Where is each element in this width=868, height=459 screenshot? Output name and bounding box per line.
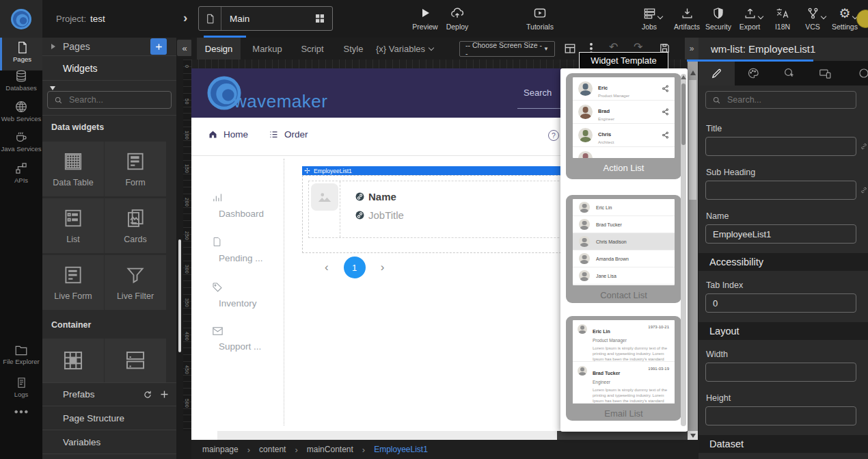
widget-tile-form[interactable]: Form <box>105 142 166 196</box>
app-nav-order[interactable]: Order <box>269 129 308 140</box>
sidebar-item-logs[interactable]: Logs <box>0 373 42 399</box>
breadcrumb-item[interactable]: mainpage <box>202 445 239 454</box>
wavemaker-studio-logo[interactable] <box>0 0 42 38</box>
collapse-panel-button[interactable]: « <box>177 40 192 56</box>
template-action-list[interactable]: EricProduct Manager BradEngineer ChrisAr… <box>566 73 681 179</box>
scroll-up-icon[interactable] <box>681 75 686 79</box>
title-field[interactable] <box>705 137 856 156</box>
tab-script[interactable]: Script <box>293 38 332 60</box>
sidebar-item-web-services[interactable]: Web Services <box>0 96 42 123</box>
expand-panel-button[interactable]: » <box>685 38 699 60</box>
properties-searchbox[interactable] <box>705 91 856 109</box>
share-icon <box>662 131 669 139</box>
breadcrumb-item[interactable]: content <box>259 445 286 454</box>
add-prefab-icon[interactable] <box>159 389 169 399</box>
sidebar-item-file-explorer[interactable]: File Explorer <box>0 341 42 366</box>
avatar <box>578 105 593 119</box>
variables-menu[interactable]: {x} Variables <box>376 38 433 60</box>
app-sidenav-dashboard[interactable]: Dashboard <box>202 192 277 219</box>
branch-icon <box>806 6 819 20</box>
jobs-menu[interactable]: Jobs <box>634 6 665 31</box>
widgets-section-header[interactable]: Widgets <box>42 57 176 81</box>
sidebar-item-java-services[interactable]: Java Services <box>0 127 42 153</box>
avatar <box>578 81 593 96</box>
widget-searchbox[interactable] <box>47 91 172 109</box>
app-sidenav-inventory[interactable]: Inventory <box>202 282 277 309</box>
add-page-button[interactable] <box>150 38 167 55</box>
popup-scrollbar[interactable] <box>681 74 686 426</box>
security-menu[interactable]: Security <box>703 6 734 31</box>
layout-section[interactable]: Layout <box>699 322 868 340</box>
widget-tile-cards[interactable]: Cards <box>105 198 166 253</box>
breadcrumb-item-active[interactable]: EmployeeList1 <box>374 445 428 454</box>
scroll-thumb[interactable] <box>681 83 686 145</box>
scroll-up-icon[interactable] <box>690 70 696 75</box>
pages-grid-icon[interactable] <box>314 12 332 25</box>
page-selector[interactable]: Main <box>198 6 333 31</box>
project-value: test <box>90 14 105 24</box>
screen-size-select[interactable]: -- Choose Screen Size -- ▼ <box>459 41 555 57</box>
app-sidenav-support[interactable]: Support ... <box>202 326 277 352</box>
accessibility-section[interactable]: Accessibility <box>699 253 868 271</box>
widget-tile-layout-grid[interactable] <box>42 339 104 382</box>
bind-link-icon[interactable] <box>860 186 868 194</box>
variables-section-header[interactable]: Variables <box>42 430 176 454</box>
tab-styles[interactable] <box>735 61 771 86</box>
help-icon[interactable]: ? <box>548 130 559 141</box>
widget-tile-live-filter[interactable]: Live Filter <box>105 255 166 310</box>
next-page-icon[interactable]: › <box>381 261 385 274</box>
canvas-vertical-scrollbar[interactable] <box>688 61 698 431</box>
tab-index-field[interactable] <box>705 293 856 313</box>
tutorials-button[interactable]: Tutorials <box>524 6 556 31</box>
prefabs-section-header[interactable]: Prefabs <box>42 382 176 406</box>
widget-tile-data-table[interactable]: Data Table <box>42 142 104 196</box>
vcs-menu[interactable]: VCS <box>797 6 828 31</box>
sidebar-item-databases[interactable]: Databases <box>0 66 42 92</box>
content-divider <box>284 159 284 425</box>
export-menu[interactable]: Export <box>734 6 765 31</box>
properties-search-input[interactable] <box>726 94 850 105</box>
template-contact-list[interactable]: Eric Lin Brad Tucker Chris Madison Amand… <box>566 195 681 303</box>
chevron-right-icon[interactable]: › <box>183 10 187 25</box>
panel-scrollbar[interactable] <box>178 239 181 352</box>
i18n-menu[interactable]: I18N <box>767 6 798 31</box>
widget-tile-accordion[interactable] <box>105 339 166 382</box>
sidebar-item-apis[interactable]: APIs <box>0 158 42 185</box>
canvas-horizontal-scrollbar[interactable] <box>191 431 688 440</box>
current-page-button[interactable]: 1 <box>344 257 366 278</box>
scroll-thumb[interactable] <box>557 431 688 440</box>
dataset-section[interactable]: Dataset <box>699 435 868 453</box>
tab-markup[interactable]: Markup <box>246 38 288 60</box>
width-field[interactable] <box>705 363 856 382</box>
app-sidenav-pending[interactable]: Pending ... <box>202 236 277 263</box>
tab-style[interactable]: Style <box>336 38 370 60</box>
refresh-icon[interactable] <box>143 390 152 399</box>
preview-button[interactable]: Preview <box>409 6 441 31</box>
artifacts-menu[interactable]: Artifacts <box>671 6 703 31</box>
template-email-list[interactable]: Eric Lin 1973-10-21 Product Manager Lore… <box>566 316 681 421</box>
page-structure-section-header[interactable]: Page Structure <box>42 406 176 430</box>
deploy-button[interactable]: Deploy <box>442 6 473 31</box>
breadcrumb-item[interactable]: mainContent <box>307 445 353 454</box>
bind-link-icon[interactable] <box>860 142 868 150</box>
tab-more[interactable] <box>843 61 868 86</box>
app-nav-home[interactable]: Home <box>208 129 248 140</box>
tab-design[interactable]: Design <box>197 38 241 60</box>
name-field[interactable] <box>705 224 856 244</box>
widget-tile-live-form[interactable]: Live Form <box>42 255 104 310</box>
tab-events[interactable] <box>771 61 807 86</box>
list-item-picture-cell[interactable] <box>309 181 340 237</box>
app-search-label[interactable]: Search <box>524 88 552 98</box>
tab-properties[interactable] <box>699 61 735 86</box>
pages-section-header[interactable]: Pages <box>42 38 176 56</box>
sub-heading-field[interactable] <box>705 181 856 200</box>
scroll-down-icon[interactable] <box>688 431 698 440</box>
widget-search-input[interactable] <box>68 94 165 105</box>
tab-devices[interactable] <box>807 61 843 86</box>
widget-tile-list[interactable]: List <box>42 198 104 253</box>
scroll-thumb[interactable] <box>689 80 696 200</box>
previous-page-icon[interactable]: ‹ <box>325 261 329 274</box>
layout-columns-icon[interactable] <box>564 42 576 55</box>
more-options-icon[interactable] <box>0 406 42 415</box>
height-field[interactable] <box>705 406 856 425</box>
